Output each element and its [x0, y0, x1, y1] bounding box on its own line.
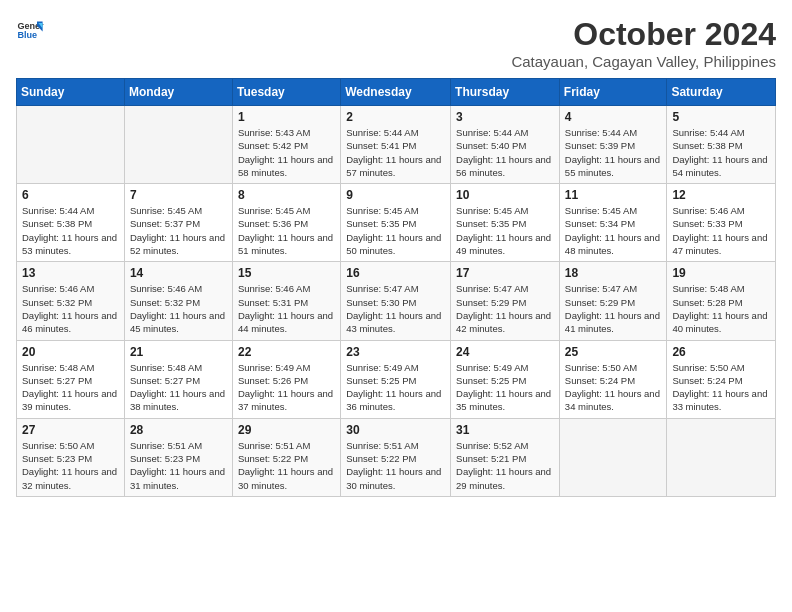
weekday-header: Monday: [124, 79, 232, 106]
month-title: October 2024: [511, 16, 776, 53]
day-number: 20: [22, 345, 119, 359]
weekday-header: Tuesday: [232, 79, 340, 106]
day-number: 16: [346, 266, 445, 280]
day-number: 9: [346, 188, 445, 202]
day-number: 29: [238, 423, 335, 437]
day-number: 13: [22, 266, 119, 280]
calendar-cell: 26 Sunrise: 5:50 AMSunset: 5:24 PMDaylig…: [667, 340, 776, 418]
day-number: 25: [565, 345, 662, 359]
calendar-cell: 7 Sunrise: 5:45 AMSunset: 5:37 PMDayligh…: [124, 184, 232, 262]
calendar-cell: 17 Sunrise: 5:47 AMSunset: 5:29 PMDaylig…: [451, 262, 560, 340]
day-info: Sunrise: 5:49 AMSunset: 5:25 PMDaylight:…: [456, 362, 551, 413]
day-number: 2: [346, 110, 445, 124]
calendar-cell: 14 Sunrise: 5:46 AMSunset: 5:32 PMDaylig…: [124, 262, 232, 340]
day-info: Sunrise: 5:44 AMSunset: 5:40 PMDaylight:…: [456, 127, 551, 178]
day-info: Sunrise: 5:47 AMSunset: 5:29 PMDaylight:…: [565, 283, 660, 334]
day-number: 23: [346, 345, 445, 359]
day-number: 11: [565, 188, 662, 202]
calendar-cell: 31 Sunrise: 5:52 AMSunset: 5:21 PMDaylig…: [451, 418, 560, 496]
day-info: Sunrise: 5:47 AMSunset: 5:29 PMDaylight:…: [456, 283, 551, 334]
day-number: 10: [456, 188, 554, 202]
day-info: Sunrise: 5:51 AMSunset: 5:22 PMDaylight:…: [238, 440, 333, 491]
calendar-cell: 9 Sunrise: 5:45 AMSunset: 5:35 PMDayligh…: [341, 184, 451, 262]
day-info: Sunrise: 5:43 AMSunset: 5:42 PMDaylight:…: [238, 127, 333, 178]
day-number: 8: [238, 188, 335, 202]
day-number: 27: [22, 423, 119, 437]
calendar-cell: [124, 106, 232, 184]
day-info: Sunrise: 5:46 AMSunset: 5:31 PMDaylight:…: [238, 283, 333, 334]
day-info: Sunrise: 5:47 AMSunset: 5:30 PMDaylight:…: [346, 283, 441, 334]
calendar-cell: 18 Sunrise: 5:47 AMSunset: 5:29 PMDaylig…: [559, 262, 667, 340]
calendar-week-row: 6 Sunrise: 5:44 AMSunset: 5:38 PMDayligh…: [17, 184, 776, 262]
calendar-cell: 29 Sunrise: 5:51 AMSunset: 5:22 PMDaylig…: [232, 418, 340, 496]
calendar-week-row: 20 Sunrise: 5:48 AMSunset: 5:27 PMDaylig…: [17, 340, 776, 418]
location-title: Catayauan, Cagayan Valley, Philippines: [511, 53, 776, 70]
logo: General Blue: [16, 16, 44, 44]
day-number: 28: [130, 423, 227, 437]
day-info: Sunrise: 5:44 AMSunset: 5:38 PMDaylight:…: [672, 127, 767, 178]
calendar-cell: 3 Sunrise: 5:44 AMSunset: 5:40 PMDayligh…: [451, 106, 560, 184]
page-header: General Blue October 2024 Catayauan, Cag…: [16, 16, 776, 70]
calendar-cell: 21 Sunrise: 5:48 AMSunset: 5:27 PMDaylig…: [124, 340, 232, 418]
calendar-cell: 23 Sunrise: 5:49 AMSunset: 5:25 PMDaylig…: [341, 340, 451, 418]
calendar-cell: 8 Sunrise: 5:45 AMSunset: 5:36 PMDayligh…: [232, 184, 340, 262]
weekday-header-row: SundayMondayTuesdayWednesdayThursdayFrid…: [17, 79, 776, 106]
day-number: 21: [130, 345, 227, 359]
calendar-week-row: 1 Sunrise: 5:43 AMSunset: 5:42 PMDayligh…: [17, 106, 776, 184]
day-info: Sunrise: 5:49 AMSunset: 5:26 PMDaylight:…: [238, 362, 333, 413]
weekday-header: Wednesday: [341, 79, 451, 106]
title-area: October 2024 Catayauan, Cagayan Valley, …: [511, 16, 776, 70]
calendar-cell: 22 Sunrise: 5:49 AMSunset: 5:26 PMDaylig…: [232, 340, 340, 418]
day-number: 26: [672, 345, 770, 359]
calendar-cell: [559, 418, 667, 496]
day-number: 1: [238, 110, 335, 124]
weekday-header: Thursday: [451, 79, 560, 106]
day-info: Sunrise: 5:44 AMSunset: 5:39 PMDaylight:…: [565, 127, 660, 178]
day-number: 19: [672, 266, 770, 280]
calendar-cell: 28 Sunrise: 5:51 AMSunset: 5:23 PMDaylig…: [124, 418, 232, 496]
day-info: Sunrise: 5:48 AMSunset: 5:27 PMDaylight:…: [130, 362, 225, 413]
day-info: Sunrise: 5:50 AMSunset: 5:24 PMDaylight:…: [565, 362, 660, 413]
calendar-cell: 24 Sunrise: 5:49 AMSunset: 5:25 PMDaylig…: [451, 340, 560, 418]
weekday-header: Saturday: [667, 79, 776, 106]
day-number: 7: [130, 188, 227, 202]
day-info: Sunrise: 5:45 AMSunset: 5:34 PMDaylight:…: [565, 205, 660, 256]
day-number: 18: [565, 266, 662, 280]
day-info: Sunrise: 5:49 AMSunset: 5:25 PMDaylight:…: [346, 362, 441, 413]
calendar-cell: 4 Sunrise: 5:44 AMSunset: 5:39 PMDayligh…: [559, 106, 667, 184]
day-info: Sunrise: 5:44 AMSunset: 5:41 PMDaylight:…: [346, 127, 441, 178]
weekday-header: Friday: [559, 79, 667, 106]
day-info: Sunrise: 5:50 AMSunset: 5:23 PMDaylight:…: [22, 440, 117, 491]
logo-icon: General Blue: [16, 16, 44, 44]
calendar-cell: [17, 106, 125, 184]
calendar-cell: 6 Sunrise: 5:44 AMSunset: 5:38 PMDayligh…: [17, 184, 125, 262]
day-info: Sunrise: 5:51 AMSunset: 5:23 PMDaylight:…: [130, 440, 225, 491]
calendar-cell: 20 Sunrise: 5:48 AMSunset: 5:27 PMDaylig…: [17, 340, 125, 418]
day-number: 5: [672, 110, 770, 124]
day-number: 4: [565, 110, 662, 124]
day-info: Sunrise: 5:45 AMSunset: 5:36 PMDaylight:…: [238, 205, 333, 256]
day-info: Sunrise: 5:44 AMSunset: 5:38 PMDaylight:…: [22, 205, 117, 256]
day-info: Sunrise: 5:45 AMSunset: 5:35 PMDaylight:…: [346, 205, 441, 256]
day-number: 6: [22, 188, 119, 202]
day-number: 3: [456, 110, 554, 124]
calendar-cell: 16 Sunrise: 5:47 AMSunset: 5:30 PMDaylig…: [341, 262, 451, 340]
day-number: 14: [130, 266, 227, 280]
calendar-cell: 30 Sunrise: 5:51 AMSunset: 5:22 PMDaylig…: [341, 418, 451, 496]
calendar-cell: 15 Sunrise: 5:46 AMSunset: 5:31 PMDaylig…: [232, 262, 340, 340]
calendar-table: SundayMondayTuesdayWednesdayThursdayFrid…: [16, 78, 776, 497]
day-info: Sunrise: 5:46 AMSunset: 5:33 PMDaylight:…: [672, 205, 767, 256]
day-number: 31: [456, 423, 554, 437]
calendar-cell: 27 Sunrise: 5:50 AMSunset: 5:23 PMDaylig…: [17, 418, 125, 496]
day-info: Sunrise: 5:45 AMSunset: 5:35 PMDaylight:…: [456, 205, 551, 256]
calendar-cell: 10 Sunrise: 5:45 AMSunset: 5:35 PMDaylig…: [451, 184, 560, 262]
day-number: 15: [238, 266, 335, 280]
calendar-cell: 11 Sunrise: 5:45 AMSunset: 5:34 PMDaylig…: [559, 184, 667, 262]
calendar-cell: 5 Sunrise: 5:44 AMSunset: 5:38 PMDayligh…: [667, 106, 776, 184]
day-number: 30: [346, 423, 445, 437]
day-number: 12: [672, 188, 770, 202]
day-number: 17: [456, 266, 554, 280]
svg-text:Blue: Blue: [17, 30, 37, 40]
calendar-cell: 2 Sunrise: 5:44 AMSunset: 5:41 PMDayligh…: [341, 106, 451, 184]
calendar-cell: 1 Sunrise: 5:43 AMSunset: 5:42 PMDayligh…: [232, 106, 340, 184]
